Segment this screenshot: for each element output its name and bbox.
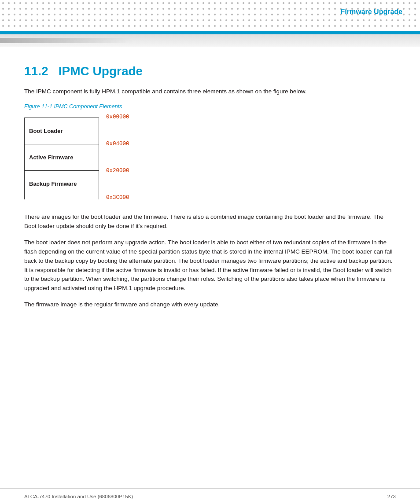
dot bbox=[412, 23, 418, 29]
section-number: 11.2 bbox=[24, 64, 48, 78]
dot bbox=[412, 6, 418, 11]
dot bbox=[114, 23, 120, 29]
main-content: 11.2 IPMC Upgrade The IPMC component is … bbox=[0, 47, 420, 334]
dot bbox=[23, 11, 29, 17]
dot bbox=[189, 29, 195, 31]
dot bbox=[212, 0, 217, 6]
dot bbox=[40, 0, 46, 6]
dot bbox=[114, 6, 120, 11]
dot bbox=[200, 17, 206, 23]
dot bbox=[217, 23, 223, 29]
dot bbox=[217, 6, 223, 11]
dot bbox=[97, 6, 103, 11]
dot bbox=[34, 29, 40, 31]
dot bbox=[143, 6, 149, 11]
memory-map: Boot Loader Active Firmware Backup Firmw… bbox=[24, 118, 99, 199]
dot bbox=[172, 11, 177, 17]
dot bbox=[286, 23, 292, 29]
dot bbox=[229, 6, 235, 11]
dot bbox=[280, 29, 286, 31]
dot bbox=[406, 17, 412, 23]
dot bbox=[309, 6, 315, 11]
dot bbox=[74, 23, 80, 29]
dot bbox=[406, 6, 412, 11]
dot bbox=[166, 29, 172, 31]
address-label-3: 0x3C000 bbox=[106, 195, 129, 201]
dot bbox=[355, 29, 361, 31]
dot bbox=[223, 6, 229, 11]
dot bbox=[17, 23, 23, 29]
dot bbox=[46, 29, 52, 31]
dot bbox=[46, 0, 52, 6]
dot bbox=[372, 23, 378, 29]
dot bbox=[57, 23, 63, 29]
dot bbox=[97, 0, 103, 6]
dot bbox=[195, 29, 200, 31]
dot bbox=[74, 0, 80, 6]
dot bbox=[86, 23, 92, 29]
dot bbox=[74, 11, 80, 17]
intro-paragraph: The IPMC component is fully HPM.1 compat… bbox=[24, 87, 396, 96]
dot bbox=[155, 11, 160, 17]
dot bbox=[292, 23, 298, 29]
dot bbox=[172, 17, 177, 23]
dot bbox=[275, 0, 280, 6]
dot bbox=[349, 17, 355, 23]
dot bbox=[246, 0, 252, 6]
dot bbox=[252, 29, 258, 31]
dot bbox=[109, 11, 114, 17]
dot bbox=[275, 29, 280, 31]
dot bbox=[298, 6, 303, 11]
dot bbox=[126, 17, 132, 23]
dot bbox=[143, 11, 149, 17]
dot bbox=[258, 0, 263, 6]
dot bbox=[292, 29, 298, 31]
dot bbox=[92, 23, 97, 29]
dot bbox=[303, 11, 309, 17]
dot bbox=[412, 0, 418, 6]
dot bbox=[183, 23, 189, 29]
dot bbox=[97, 11, 103, 17]
dot bbox=[269, 11, 275, 17]
dot bbox=[315, 6, 321, 11]
dot bbox=[366, 0, 372, 6]
dot bbox=[280, 23, 286, 29]
dot bbox=[269, 6, 275, 11]
dot bbox=[275, 17, 280, 23]
dot bbox=[132, 23, 137, 29]
dot bbox=[229, 29, 235, 31]
dot bbox=[355, 23, 361, 29]
dot bbox=[160, 17, 166, 23]
dot bbox=[298, 11, 303, 17]
dot bbox=[361, 23, 366, 29]
dot bbox=[63, 6, 69, 11]
dot bbox=[240, 29, 246, 31]
dot bbox=[92, 0, 97, 6]
dot bbox=[406, 11, 412, 17]
dot bbox=[0, 6, 6, 11]
dot bbox=[137, 0, 143, 6]
address-label-2: 0x20000 bbox=[106, 168, 129, 174]
dot bbox=[177, 0, 183, 6]
dot bbox=[120, 29, 126, 31]
dot bbox=[275, 23, 280, 29]
dot bbox=[217, 11, 223, 17]
dot bbox=[6, 11, 11, 17]
dot bbox=[361, 0, 366, 6]
dot bbox=[57, 6, 63, 11]
dot bbox=[80, 23, 86, 29]
dot bbox=[155, 29, 160, 31]
dot bbox=[212, 17, 217, 23]
dot bbox=[195, 0, 200, 6]
dot bbox=[206, 17, 212, 23]
dot bbox=[269, 17, 275, 23]
dot bbox=[126, 0, 132, 6]
dot bbox=[217, 0, 223, 6]
dot bbox=[97, 23, 103, 29]
dot bbox=[332, 6, 338, 11]
dot bbox=[195, 6, 200, 11]
dot bbox=[92, 17, 97, 23]
dot bbox=[109, 29, 114, 31]
dot bbox=[183, 29, 189, 31]
dot bbox=[292, 0, 298, 6]
